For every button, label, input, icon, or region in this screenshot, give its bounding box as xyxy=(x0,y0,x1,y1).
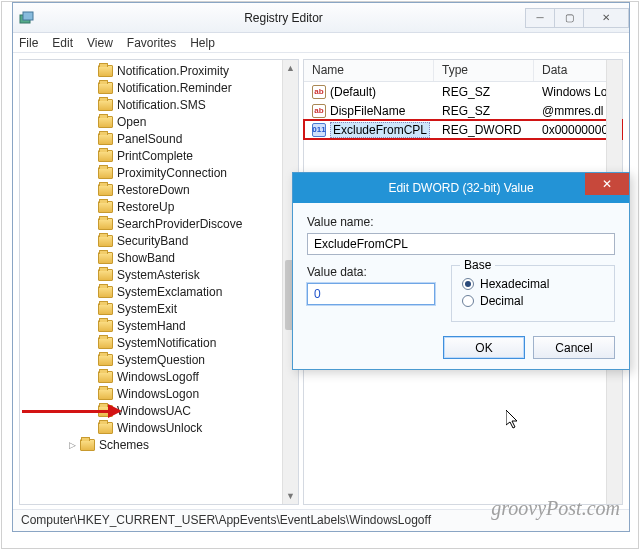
tree-item[interactable]: Notification.Reminder xyxy=(24,79,282,96)
list-row[interactable]: abDispFileNameREG_SZ@mmres.dl xyxy=(304,101,622,120)
tree-item[interactable]: SearchProviderDiscove xyxy=(24,215,282,232)
column-type[interactable]: Type xyxy=(434,60,534,81)
dialog-titlebar[interactable]: Edit DWORD (32-bit) Value ✕ xyxy=(293,173,629,203)
minimize-button[interactable]: ─ xyxy=(525,8,555,28)
menu-edit[interactable]: Edit xyxy=(52,36,73,50)
folder-icon xyxy=(98,388,113,400)
maximize-button[interactable]: ▢ xyxy=(554,8,584,28)
tree-item[interactable]: SecurityBand xyxy=(24,232,282,249)
folder-icon xyxy=(98,252,113,264)
tree-item[interactable]: PanelSound xyxy=(24,130,282,147)
folder-icon xyxy=(98,354,113,366)
tree-item[interactable]: SystemExit xyxy=(24,300,282,317)
folder-icon xyxy=(98,422,113,434)
folder-icon xyxy=(98,218,113,230)
folder-icon xyxy=(98,371,113,383)
folder-icon xyxy=(98,184,113,196)
tree-item[interactable]: WindowsUnlock xyxy=(24,419,282,436)
list-row[interactable]: ab(Default)REG_SZWindows Lo xyxy=(304,82,622,101)
tree-pane[interactable]: Notification.ProximityNotification.Remin… xyxy=(19,59,299,505)
menu-favorites[interactable]: Favorites xyxy=(127,36,176,50)
folder-icon xyxy=(98,235,113,247)
scroll-up-icon[interactable]: ▲ xyxy=(283,60,298,76)
tree-item[interactable]: WindowsLogoff xyxy=(24,368,282,385)
app-icon xyxy=(19,10,35,26)
menu-file[interactable]: File xyxy=(19,36,38,50)
folder-icon xyxy=(98,82,113,94)
window-title: Registry Editor xyxy=(41,11,526,25)
tree-item[interactable]: Notification.Proximity xyxy=(24,62,282,79)
folder-icon xyxy=(98,150,113,162)
tree-item[interactable]: ▷Schemes xyxy=(24,436,282,453)
folder-icon xyxy=(98,286,113,298)
expand-icon[interactable]: ▷ xyxy=(66,440,78,450)
folder-icon xyxy=(98,337,113,349)
dialog-close-button[interactable]: ✕ xyxy=(585,173,629,195)
titlebar[interactable]: Registry Editor ─ ▢ ✕ xyxy=(13,3,629,33)
tree-item[interactable]: SystemHand xyxy=(24,317,282,334)
tree-item[interactable]: ShowBand xyxy=(24,249,282,266)
string-icon: ab xyxy=(312,85,326,99)
list-row[interactable]: 011ExcludeFromCPLREG_DWORD0x00000000 xyxy=(304,120,622,139)
base-fieldset: Base Hexadecimal Decimal xyxy=(451,265,615,322)
folder-icon xyxy=(98,303,113,315)
folder-icon xyxy=(98,133,113,145)
scroll-down-icon[interactable]: ▼ xyxy=(283,488,298,504)
cancel-button[interactable]: Cancel xyxy=(533,336,615,359)
dialog-title: Edit DWORD (32-bit) Value xyxy=(388,181,533,195)
value-data-label: Value data: xyxy=(307,265,435,279)
radio-hexadecimal[interactable]: Hexadecimal xyxy=(462,277,604,291)
menu-help[interactable]: Help xyxy=(190,36,215,50)
value-data-input[interactable] xyxy=(307,283,435,305)
folder-icon xyxy=(98,99,113,111)
folder-icon xyxy=(98,320,113,332)
base-legend: Base xyxy=(460,258,495,272)
tree-item[interactable]: RestoreDown xyxy=(24,181,282,198)
folder-icon xyxy=(98,65,113,77)
tree-item[interactable]: Open xyxy=(24,113,282,130)
tree-item[interactable]: SystemNotification xyxy=(24,334,282,351)
radio-icon xyxy=(462,295,474,307)
close-button[interactable]: ✕ xyxy=(583,8,629,28)
folder-icon xyxy=(98,405,113,417)
folder-icon xyxy=(98,167,113,179)
column-name[interactable]: Name xyxy=(304,60,434,81)
tree-item[interactable]: Notification.SMS xyxy=(24,96,282,113)
radio-decimal[interactable]: Decimal xyxy=(462,294,604,308)
svg-rect-1 xyxy=(23,12,33,20)
tree-item[interactable]: ProximityConnection xyxy=(24,164,282,181)
menu-bar: File Edit View Favorites Help xyxy=(13,33,629,53)
menu-view[interactable]: View xyxy=(87,36,113,50)
tree-item[interactable]: WindowsLogon xyxy=(24,385,282,402)
tree-item[interactable]: SystemExclamation xyxy=(24,283,282,300)
status-bar: Computer\HKEY_CURRENT_USER\AppEvents\Eve… xyxy=(13,509,629,531)
ok-button[interactable]: OK xyxy=(443,336,525,359)
edit-dword-dialog: Edit DWORD (32-bit) Value ✕ Value name: … xyxy=(292,172,630,370)
list-header[interactable]: Name Type Data xyxy=(304,60,622,82)
tree-item[interactable]: PrintComplete xyxy=(24,147,282,164)
value-name-label: Value name: xyxy=(307,215,615,229)
radio-icon xyxy=(462,278,474,290)
folder-icon xyxy=(98,201,113,213)
value-name-input[interactable] xyxy=(307,233,615,255)
tree-item[interactable]: RestoreUp xyxy=(24,198,282,215)
tree-item[interactable]: SystemQuestion xyxy=(24,351,282,368)
tree-item[interactable]: WindowsUAC xyxy=(24,402,282,419)
folder-icon xyxy=(98,116,113,128)
folder-icon xyxy=(98,269,113,281)
folder-icon xyxy=(80,439,95,451)
string-icon: ab xyxy=(312,104,326,118)
dword-icon: 011 xyxy=(312,123,326,137)
tree-item[interactable]: SystemAsterisk xyxy=(24,266,282,283)
